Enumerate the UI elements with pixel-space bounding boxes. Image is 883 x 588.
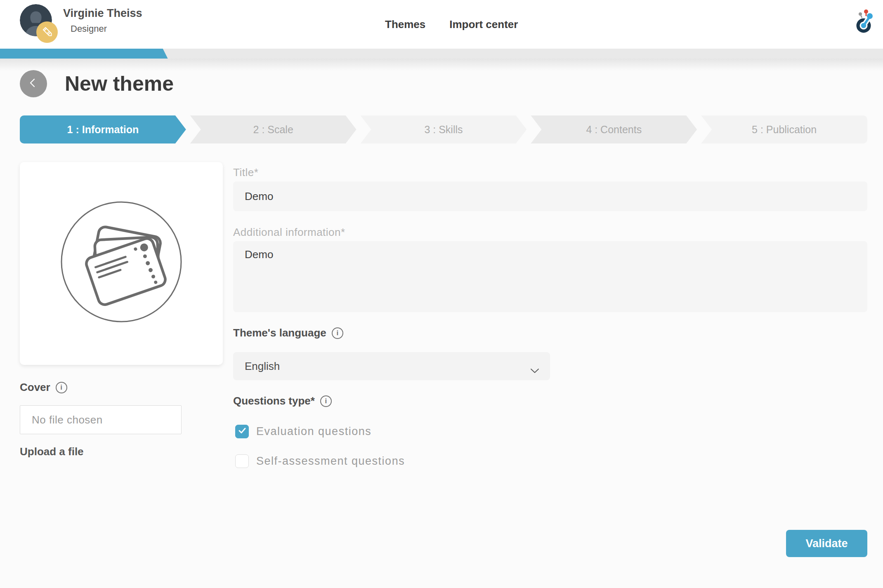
chevron-left-icon [27,76,40,91]
language-selected-value: English [245,360,280,373]
experquiz-logo-icon[interactable] [853,8,874,34]
self-assessment-questions-checkbox[interactable] [235,454,249,468]
evaluation-questions-label: Evaluation questions [256,425,371,438]
title-input[interactable] [233,181,867,211]
main-content: New theme 1 : Information 2 : Scale 3 : … [0,59,883,588]
check-icon [237,426,247,437]
validate-button[interactable]: Validate [786,530,867,557]
language-label: Theme's language [233,327,326,339]
main-nav: Themes Import center [385,0,518,49]
user-name: Virginie Theiss [63,7,142,20]
progress-bar-track [0,49,883,59]
wizard-step-skills[interactable]: 3 : Skills [361,115,527,143]
additional-information-label: Additional information* [233,226,345,239]
progress-bar-fill [0,49,168,59]
file-input-text: No file chosen [32,414,103,426]
page-title: New theme [65,70,174,97]
new-theme-page: Virginie Theiss Designer Themes Import c… [0,0,883,588]
wizard-step-publication[interactable]: 5 : Publication [701,115,867,143]
designer-role-badge[interactable] [36,21,58,43]
nav-themes[interactable]: Themes [385,18,425,31]
app-header: Virginie Theiss Designer Themes Import c… [0,0,883,49]
self-assessment-questions-row: Self-assessment questions [235,453,405,469]
chevron-down-icon [530,364,539,376]
cover-file-input[interactable]: No file chosen [20,405,182,434]
cover-label: Cover [20,381,50,394]
language-info-icon[interactable]: i [332,327,343,339]
pencil-icon [41,25,53,39]
cover-label-row: Cover i [20,381,67,394]
wizard-steps: 1 : Information 2 : Scale 3 : Skills 4 :… [20,115,867,143]
nav-import-center[interactable]: Import center [449,18,518,31]
upload-file-button[interactable]: Upload a file [20,445,84,458]
language-select[interactable]: English [233,352,550,380]
evaluation-questions-row: Evaluation questions [235,423,371,440]
questions-type-info-icon[interactable]: i [320,395,332,407]
stacked-cards-icon [59,201,183,326]
questions-type-label-row: Questions type* i [233,395,332,407]
evaluation-questions-checkbox[interactable] [235,425,249,438]
cover-info-icon[interactable]: i [56,382,67,393]
self-assessment-questions-label: Self-assessment questions [256,455,405,468]
wizard-step-scale[interactable]: 2 : Scale [190,115,357,143]
back-button[interactable] [20,70,47,97]
user-role: Designer [71,24,107,34]
title-label: Title* [233,166,258,179]
wizard-step-contents[interactable]: 4 : Contents [531,115,697,143]
wizard-step-information[interactable]: 1 : Information [20,115,186,143]
additional-information-textarea[interactable]: Demo [233,241,867,312]
language-label-row: Theme's language i [233,327,343,339]
questions-type-label: Questions type* [233,395,315,407]
cover-preview-card [20,162,223,365]
